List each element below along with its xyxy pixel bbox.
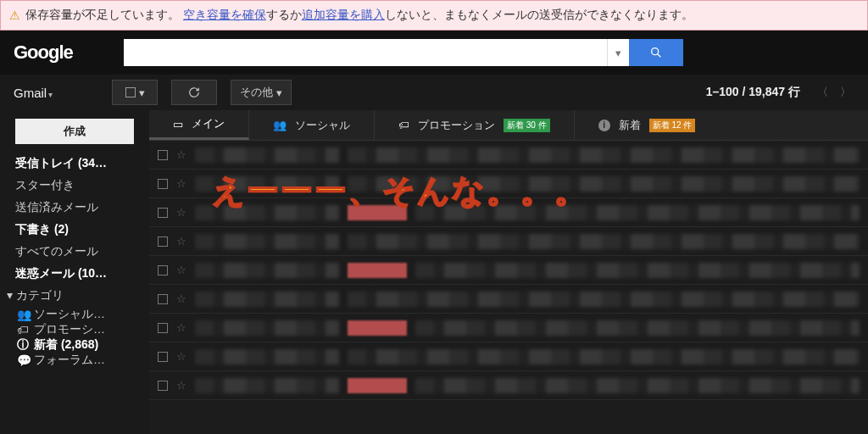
star-icon[interactable]: ☆ — [176, 379, 186, 392]
top-bar: Google ▾ — [0, 31, 868, 75]
pagination-counter: 1–100 / 19,847 行 — [706, 85, 800, 100]
table-row[interactable]: ☆ — [149, 227, 868, 256]
table-row[interactable]: ☆ — [149, 342, 868, 371]
row-checkbox[interactable] — [158, 236, 168, 247]
nav-drafts[interactable]: 下書き (2) — [0, 219, 149, 241]
table-row[interactable]: ☆ — [149, 256, 868, 285]
nav-cat-social[interactable]: 👥ソーシャル… — [0, 307, 149, 322]
row-checkbox[interactable] — [158, 150, 168, 160]
prev-page-button[interactable]: 〈 — [814, 81, 832, 103]
refresh-button[interactable] — [171, 80, 217, 105]
nav-spam[interactable]: 迷惑メール (10… — [0, 263, 149, 285]
nav-starred[interactable]: スター付き — [0, 175, 149, 197]
star-icon[interactable]: ☆ — [176, 292, 186, 305]
banner-text: 保存容量が不足しています。 空き容量を確保するか追加容量を購入しないと、まもなく… — [25, 8, 693, 23]
message-list: ☆ ☆ ☆ ☆ ☆ ☆ ☆ ☆ ☆ — [149, 141, 868, 434]
row-checkbox[interactable] — [158, 323, 168, 333]
updates-badge: 新着 12 件 — [649, 119, 696, 132]
compose-button[interactable]: 作成 — [15, 119, 134, 144]
search-options-dropdown[interactable]: ▾ — [607, 39, 629, 66]
nav-all-mail[interactable]: すべてのメール — [0, 241, 149, 263]
star-icon[interactable]: ☆ — [176, 321, 186, 334]
tab-updates[interactable]: i 新着 新着 12 件 — [575, 110, 720, 140]
search-button[interactable] — [629, 39, 683, 66]
people-icon: 👥 — [273, 119, 287, 131]
row-checkbox[interactable] — [158, 179, 168, 189]
more-button[interactable]: その他 ▾ — [231, 80, 292, 105]
table-row[interactable]: ☆ — [149, 314, 868, 342]
refresh-icon — [188, 86, 200, 98]
tag-icon: 🏷 — [17, 323, 29, 337]
row-checkbox[interactable] — [158, 381, 168, 391]
gmail-dropdown[interactable]: Gmail▾ — [14, 86, 53, 100]
nav-sent[interactable]: 送信済みメール — [0, 197, 149, 219]
row-checkbox[interactable] — [158, 352, 168, 362]
star-icon[interactable]: ☆ — [176, 235, 186, 248]
inbox-icon: ▭ — [173, 118, 183, 131]
forum-icon: 💬 — [17, 353, 29, 367]
table-row[interactable]: ☆ — [149, 170, 868, 198]
toolbar: ▾ その他 ▾ 1–100 / 19,847 行 〈 〉 — [112, 80, 854, 105]
star-icon[interactable]: ☆ — [176, 350, 186, 363]
nav-cat-forum[interactable]: 💬フォーラム… — [0, 353, 149, 368]
tab-promotions[interactable]: 🏷 プロモーション 新着 30 件 — [375, 110, 575, 140]
tab-social[interactable]: 👥 ソーシャル — [249, 110, 375, 140]
row-checkbox[interactable] — [158, 265, 168, 275]
table-row[interactable]: ☆ — [149, 198, 868, 227]
promo-badge: 新着 30 件 — [504, 119, 550, 132]
table-row[interactable]: ☆ — [149, 371, 868, 400]
search-input[interactable] — [124, 39, 607, 66]
table-row[interactable]: ☆ — [149, 285, 868, 314]
category-tabs: ▭ メイン 👥 ソーシャル 🏷 プロモーション 新着 30 件 i 新着 新着 … — [149, 110, 868, 141]
left-nav: 作成 受信トレイ (34… スター付き 送信済みメール 下書き (2) すべての… — [0, 110, 149, 434]
free-up-space-link[interactable]: 空き容量を確保 — [183, 8, 266, 21]
nav-categories-label[interactable]: ▾ カテゴリ — [0, 285, 149, 307]
warning-icon: ⚠ — [9, 8, 20, 22]
storage-warning-banner: ⚠ 保存容量が不足しています。 空き容量を確保するか追加容量を購入しないと、まも… — [0, 0, 868, 31]
search-icon — [649, 46, 663, 59]
row-checkbox[interactable] — [158, 294, 168, 304]
nav-inbox[interactable]: 受信トレイ (34… — [0, 153, 149, 175]
svg-point-0 — [651, 48, 658, 55]
next-page-button[interactable]: 〉 — [837, 81, 854, 103]
secondary-bar: Gmail▾ ▾ その他 ▾ 1–100 / 19,847 行 〈 〉 — [0, 75, 868, 110]
star-icon[interactable]: ☆ — [176, 264, 186, 276]
content-area: ▭ メイン 👥 ソーシャル 🏷 プロモーション 新着 30 件 i 新着 新着 … — [149, 110, 868, 434]
info-icon: i — [598, 120, 610, 131]
star-icon[interactable]: ☆ — [176, 177, 186, 190]
google-logo: Google — [14, 42, 73, 64]
row-checkbox[interactable] — [158, 208, 168, 218]
select-all-button[interactable]: ▾ — [112, 80, 158, 105]
people-icon: 👥 — [17, 308, 29, 321]
tab-primary[interactable]: ▭ メイン — [149, 110, 249, 140]
search-container: ▾ — [124, 39, 683, 66]
star-icon[interactable]: ☆ — [176, 148, 186, 161]
svg-line-1 — [657, 54, 660, 58]
table-row[interactable]: ☆ — [149, 141, 868, 170]
buy-storage-link[interactable]: 追加容量を購入 — [302, 8, 385, 21]
info-icon: ⓘ — [17, 337, 29, 353]
nav-cat-promo[interactable]: 🏷プロモーシ… — [0, 322, 149, 337]
star-icon[interactable]: ☆ — [176, 206, 186, 219]
nav-cat-updates[interactable]: ⓘ新着 (2,868) — [0, 337, 149, 353]
tag-icon: 🏷 — [398, 119, 409, 131]
